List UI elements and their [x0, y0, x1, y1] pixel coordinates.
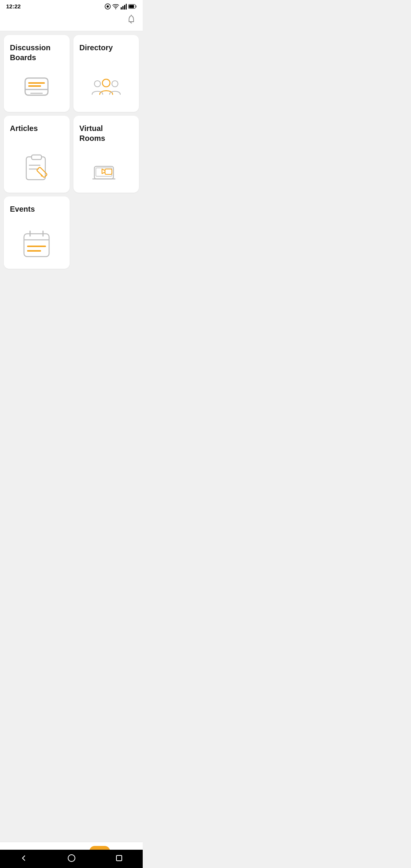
svg-line-21 [37, 171, 42, 176]
events-title: Events [10, 204, 35, 214]
discussion-boards-card[interactable]: DiscussionBoards [4, 35, 70, 112]
virtual-rooms-icon [80, 149, 133, 183]
svg-rect-3 [121, 7, 122, 10]
events-icon [10, 225, 64, 260]
sim-icon [105, 3, 111, 10]
status-bar: 12:22 [0, 0, 143, 11]
svg-point-14 [94, 81, 100, 87]
status-time: 12:22 [6, 3, 21, 10]
svg-rect-25 [105, 169, 112, 174]
feature-grid: DiscussionBoards Directory [0, 31, 143, 273]
signal-icon [121, 3, 127, 10]
svg-point-13 [102, 79, 110, 87]
directory-card[interactable]: Directory [73, 35, 139, 112]
notification-bell-button[interactable] [126, 14, 137, 26]
virtual-rooms-card[interactable]: VirtualRooms [73, 116, 139, 193]
articles-title: Articles [10, 123, 38, 133]
articles-card[interactable]: Articles [4, 116, 70, 193]
discussion-boards-icon [10, 69, 64, 103]
wifi-icon [112, 3, 119, 10]
directory-title: Directory [80, 43, 113, 53]
events-card[interactable]: Events [4, 196, 70, 269]
header [0, 11, 143, 31]
directory-icon [80, 69, 133, 103]
articles-icon [10, 149, 64, 183]
svg-rect-5 [124, 5, 125, 10]
svg-rect-8 [129, 5, 134, 8]
virtual-rooms-title: VirtualRooms [80, 123, 105, 143]
svg-point-15 [112, 81, 118, 87]
discussion-boards-title: DiscussionBoards [10, 43, 51, 62]
svg-rect-26 [24, 234, 49, 257]
svg-rect-6 [126, 4, 127, 10]
svg-rect-17 [32, 155, 41, 160]
svg-rect-4 [123, 6, 124, 10]
status-icons [105, 3, 137, 10]
svg-point-1 [107, 5, 109, 8]
svg-point-2 [115, 8, 116, 9]
battery-icon [128, 4, 137, 9]
